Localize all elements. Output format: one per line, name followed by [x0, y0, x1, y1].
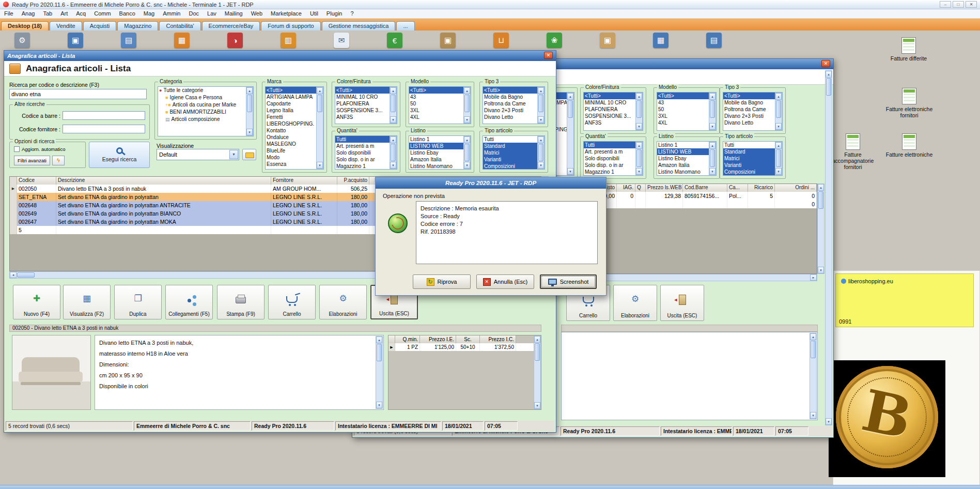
list-item[interactable]: ▤Articoli composizione — [158, 116, 246, 123]
list-item[interactable]: Listino 1 — [409, 136, 463, 143]
categoria-tree[interactable]: ●Tutte le categorie■Igiene Casa e Person… — [158, 86, 254, 136]
table-row[interactable]: Q.min.Prezzo I.E.Sc.Prezzo I.C. — [388, 335, 541, 343]
elaborazioni-button[interactable]: ⚙ Elaborazioni — [319, 285, 367, 319]
list-item[interactable]: Util — [306, 9, 322, 18]
list-item[interactable]: Comm — [90, 9, 115, 18]
list-item[interactable]: Vendite — [50, 21, 82, 30]
scroll-thumb[interactable] — [636, 100, 642, 118]
close-icon[interactable]: ✕ — [544, 52, 553, 59]
scroll-arrow-start[interactable]: ▲ — [636, 93, 642, 100]
scrollbar[interactable]: ▲▼ — [537, 136, 545, 169]
tipo3-list[interactable]: <Tutti>Mobile da BagnoPoltrona da CameDi… — [483, 86, 545, 124]
list-item[interactable]: Solo disponibili — [584, 155, 635, 162]
list-item[interactable]: Standard — [723, 148, 775, 155]
taskbar[interactable] — [0, 485, 980, 489]
folder-icon[interactable] — [242, 149, 256, 160]
scroll-thumb[interactable] — [247, 95, 252, 112]
list-item[interactable]: Varianti — [723, 162, 775, 169]
list-item[interactable]: Ammin — [159, 9, 184, 18]
barcode-input[interactable] — [63, 111, 145, 120]
scroll-arrow-end[interactable]: ► — [810, 274, 817, 281]
scroll-thumb[interactable] — [317, 95, 322, 112]
search-input[interactable] — [9, 89, 147, 99]
scroll-arrow-start[interactable]: ▲ — [376, 337, 382, 343]
list-item[interactable]: <Tutti> — [409, 87, 463, 94]
list-item[interactable]: 4XL — [657, 119, 709, 126]
list-item[interactable]: Modo — [266, 154, 316, 161]
scroll-arrow-start[interactable]: ▲ — [538, 136, 544, 143]
list-item[interactable]: Lav — [203, 9, 221, 18]
list-item[interactable]: Composizioni — [723, 169, 775, 175]
scroll-track[interactable] — [636, 118, 642, 123]
list-item[interactable]: Solo disp. o in ar — [335, 156, 390, 163]
scroll-arrow-end[interactable]: ▼ — [317, 162, 323, 169]
list-item[interactable]: Ecommerce/eBay — [202, 21, 260, 30]
scroll-thumb[interactable] — [710, 149, 715, 167]
listino-list[interactable]: Listino 1LISTINO WEBListino EbayAmazon I… — [657, 141, 717, 176]
scroll-thumb[interactable] — [391, 144, 396, 161]
scroll-arrow-end[interactable]: ▼ — [390, 116, 396, 123]
list-item[interactable]: <Tutti> — [335, 87, 390, 94]
plant-icon[interactable]: ❀ — [547, 33, 562, 48]
chevron-down-icon[interactable]: ▼ — [229, 150, 238, 159]
scroll-arrow-end[interactable]: ▼ — [464, 116, 470, 123]
list-item[interactable]: 43 — [409, 94, 463, 100]
scroll-arrow-end[interactable]: ▼ — [246, 129, 253, 135]
list-item[interactable]: 43 — [657, 99, 709, 106]
list-item[interactable]: Mag — [139, 9, 159, 18]
scrollbar[interactable]: ▲▼ — [709, 93, 716, 130]
scroll-arrow-start[interactable]: ▲ — [636, 142, 642, 149]
quantita-list[interactable]: TuttiArt. presenti a mSolo disponibiliSo… — [583, 141, 643, 176]
elaborazioni-button[interactable]: ⚙ Elaborazioni — [613, 285, 657, 321]
scroll-thumb[interactable] — [464, 95, 470, 112]
list-item[interactable]: Magazzino 1 — [335, 163, 390, 170]
list-item[interactable]: Mobile da Bagno — [483, 94, 537, 100]
box-icon[interactable]: ▣ — [440, 33, 456, 48]
list-item[interactable]: Tab — [39, 9, 56, 18]
list-item[interactable]: Art. presenti a m — [584, 148, 635, 155]
carrello-button[interactable]: Carrello — [268, 285, 316, 319]
close-icon[interactable]: ✕ — [821, 60, 830, 67]
close-button[interactable]: ✕ — [966, 1, 977, 8]
scrollbar[interactable]: ▲▼ — [775, 93, 782, 130]
list-item[interactable]: Poltrona da Came — [483, 100, 537, 107]
list-item[interactable]: ... — [396, 21, 414, 30]
scrollbar[interactable]: ▲▼ — [775, 142, 782, 175]
scroll-arrow-start[interactable]: ▲ — [317, 87, 323, 94]
list-item[interactable]: LIBEROSHOPPING. — [266, 120, 316, 127]
scroll-track[interactable] — [538, 113, 544, 116]
minimize-button[interactable]: – — [940, 1, 951, 8]
list-item[interactable]: Mobile da Bagno — [723, 99, 775, 106]
list-item[interactable]: Desktop (18) — [1, 21, 49, 30]
list-item[interactable]: Capodarte — [266, 100, 316, 107]
scrollbar[interactable]: ▲▼ — [810, 333, 817, 419]
scroll-arrow-start[interactable]: ▲ — [390, 136, 396, 143]
scroll-track[interactable] — [464, 113, 470, 116]
list-item[interactable]: Listino Ebay — [657, 155, 709, 162]
scroll-thumb[interactable] — [464, 144, 470, 161]
mail-icon[interactable]: ✉ — [334, 33, 349, 48]
maximize-button[interactable]: □ — [953, 1, 964, 8]
scroll-thumb[interactable] — [818, 191, 823, 209]
listino-list[interactable]: Listino 1LISTINO WEBListino EbayAmazon I… — [409, 135, 471, 170]
list-item[interactable]: Matrici — [723, 155, 775, 162]
scroll-track[interactable] — [709, 118, 715, 123]
visualizzazione-select[interactable]: Default ▼ — [157, 149, 239, 160]
scroll-thumb[interactable] — [776, 100, 781, 118]
list-item[interactable]: Art. presenti a m — [335, 143, 390, 149]
list-item[interactable]: Magazzino — [117, 21, 158, 30]
scroll-thumb[interactable] — [17, 272, 35, 278]
list-item[interactable]: Solo disponibili — [335, 149, 390, 156]
crate-icon[interactable]: ▣ — [600, 33, 615, 48]
scroll-arrow-end[interactable]: ▼ — [709, 123, 715, 130]
scrollbar[interactable]: ▲▼ — [635, 142, 643, 175]
scroll-arrow-end[interactable]: ▼ — [567, 168, 573, 175]
list-item[interactable]: 3XL — [409, 107, 463, 114]
scroll-arrow-end[interactable]: ▼ — [775, 168, 782, 175]
scroll-thumb[interactable] — [811, 341, 816, 358]
list-item[interactable]: +■Articoli da cucina per Marke — [158, 101, 246, 109]
scroll-arrow-end[interactable]: ▼ — [464, 162, 470, 169]
scroll-track[interactable] — [390, 113, 396, 116]
list-item[interactable]: Listino Manomano — [409, 163, 463, 170]
list-item[interactable]: Acq — [72, 9, 90, 18]
